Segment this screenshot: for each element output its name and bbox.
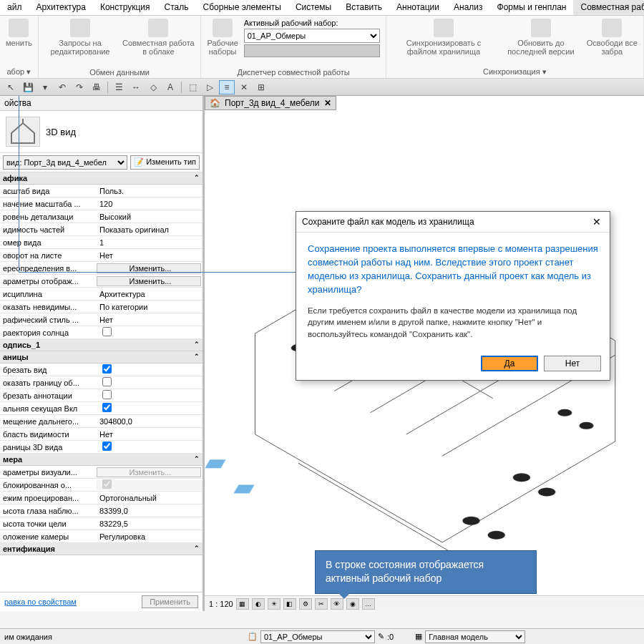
tag-icon[interactable]: ◇ bbox=[145, 80, 161, 94]
close-icon[interactable]: ✕ bbox=[324, 98, 331, 108]
apply-button[interactable]: Применить bbox=[142, 595, 198, 608]
menu-item[interactable]: Архитектура bbox=[29, 0, 93, 15]
prop-value[interactable]: Высокий bbox=[97, 213, 203, 221]
thin-lines-icon[interactable]: ≡ bbox=[219, 80, 235, 94]
ribbon-button[interactable]: Обновить до последней версии bbox=[501, 19, 580, 56]
redo-icon[interactable]: ↷ bbox=[72, 80, 87, 94]
menu-item[interactable]: Вставить bbox=[338, 0, 389, 15]
prop-checkbox[interactable] bbox=[102, 403, 112, 412]
prop-section-header[interactable]: мера⌃ bbox=[0, 454, 203, 466]
menu-item[interactable]: айл bbox=[0, 0, 29, 15]
prop-checkbox[interactable] bbox=[102, 377, 112, 386]
vc-crop-icon[interactable]: ✂ bbox=[315, 598, 328, 610]
prop-section-header[interactable]: аницы⌃ bbox=[0, 351, 203, 364]
prop-value[interactable]: Нет bbox=[97, 430, 203, 439]
prop-section-header[interactable]: ентификация⌃ bbox=[0, 543, 203, 555]
prop-value[interactable]: 83399,0 bbox=[97, 507, 203, 515]
prop-value[interactable] bbox=[97, 327, 203, 338]
menu-item[interactable]: Формы и генплан bbox=[490, 0, 574, 15]
menu-item[interactable]: Анализ bbox=[447, 0, 490, 15]
menu-item[interactable]: Системы bbox=[288, 0, 338, 15]
prop-value[interactable]: Показать оригинал bbox=[97, 225, 203, 234]
vc-more-icon[interactable]: … bbox=[362, 598, 375, 610]
prop-value[interactable]: 304800,0 bbox=[97, 417, 203, 426]
prop-value[interactable] bbox=[97, 403, 203, 414]
menu-item[interactable]: Сборные элементы bbox=[196, 0, 288, 15]
prop-value[interactable]: Польз. bbox=[97, 187, 203, 195]
prop-value[interactable]: 1 bbox=[97, 238, 203, 247]
vc-render-icon[interactable]: ⚙ bbox=[299, 598, 312, 610]
no-button[interactable]: Нет bbox=[544, 356, 601, 371]
align-icon[interactable]: ☰ bbox=[111, 80, 127, 94]
properties-help-link[interactable]: равка по свойствам bbox=[4, 597, 77, 606]
prop-value[interactable]: Изменить... bbox=[97, 467, 201, 477]
text-icon[interactable]: A bbox=[162, 80, 178, 94]
save-icon[interactable]: 💾 bbox=[20, 80, 36, 94]
edit-requests-icon[interactable]: ✎ bbox=[378, 632, 384, 641]
prop-value[interactable]: Нет bbox=[97, 251, 203, 260]
vc-sun-icon[interactable]: ☀ bbox=[268, 598, 280, 610]
ribbon-button[interactable]: Совместная работа в облаке bbox=[122, 19, 195, 56]
prop-checkbox[interactable] bbox=[102, 327, 112, 336]
ribbon-button[interactable]: Синхронизировать с файлом хранилища bbox=[392, 19, 495, 56]
ribbon-button[interactable]: Запросы на редактирование bbox=[44, 19, 117, 56]
ribbon-button[interactable]: Рабочие наборы bbox=[207, 19, 238, 56]
prop-value[interactable]: По категории bbox=[97, 303, 203, 311]
dim-icon[interactable]: ↔ bbox=[128, 80, 144, 94]
prop-value[interactable] bbox=[97, 390, 203, 401]
vc-shadow-icon[interactable]: ◧ bbox=[283, 598, 296, 610]
prop-row: альняя секущая Вкл bbox=[0, 402, 203, 415]
yes-button[interactable]: Да bbox=[481, 356, 538, 371]
close-view-icon[interactable]: ✕ bbox=[236, 80, 252, 94]
view-tab-title: Порт_3д вид_4_мебели bbox=[225, 98, 320, 108]
view-tab[interactable]: 🏠 Порт_3д вид_4_мебели ✕ bbox=[205, 96, 336, 110]
prop-value[interactable]: 120 bbox=[97, 200, 203, 208]
view3d-icon[interactable]: ⬚ bbox=[185, 80, 200, 94]
print-icon[interactable]: 🖶 bbox=[89, 80, 104, 94]
menu-item[interactable]: Аннотации bbox=[389, 0, 447, 15]
ribbon-button[interactable]: Освободи все забра bbox=[587, 19, 638, 56]
vc-detail-icon[interactable]: ▦ bbox=[236, 598, 249, 610]
prop-row: араметры визуали...Изменить... bbox=[0, 466, 203, 479]
prop-value[interactable]: 83229,5 bbox=[97, 519, 203, 528]
prop-value[interactable] bbox=[97, 377, 203, 388]
prop-value[interactable] bbox=[97, 479, 203, 490]
prop-value[interactable] bbox=[97, 441, 203, 452]
vc-style-icon[interactable]: ◐ bbox=[252, 598, 265, 610]
ribbon-group: менитьабор ▾ bbox=[0, 16, 39, 78]
section-icon[interactable]: ▷ bbox=[202, 80, 218, 94]
close-icon[interactable]: ✕ bbox=[590, 216, 604, 228]
prop-section-header[interactable]: афика⌃ bbox=[0, 172, 203, 185]
edit-type-button[interactable]: 📝 Изменить тип bbox=[130, 155, 200, 170]
menu-item[interactable]: Конструкция bbox=[93, 0, 157, 15]
prop-value[interactable]: Изменить... bbox=[97, 276, 201, 286]
active-workset-combo[interactable]: 01_АР_Обмеры bbox=[244, 29, 380, 43]
properties-body: афика⌃асштаб видаПольз.начение масштаба … bbox=[0, 172, 203, 592]
prop-value[interactable]: Ортогональный bbox=[97, 494, 203, 502]
workset-status-icon: 📋 bbox=[248, 632, 258, 641]
prop-value[interactable]: Архитектура bbox=[97, 290, 203, 298]
workset-status-combo[interactable]: 01_АР_Обмеры bbox=[260, 630, 375, 643]
ribbon-button[interactable]: менить bbox=[6, 19, 32, 47]
menu-item[interactable]: Сталь bbox=[157, 0, 196, 15]
prop-value[interactable]: Регулировка bbox=[97, 532, 203, 541]
model-combo[interactable]: Главная модель bbox=[425, 630, 525, 643]
undo-icon[interactable]: ↶ bbox=[54, 80, 70, 94]
view-selector[interactable]: вид: Порт_3д вид_4_мебел bbox=[3, 155, 127, 170]
prop-value[interactable] bbox=[97, 364, 203, 375]
ribbon-button-label: Совместная работа в облаке bbox=[122, 39, 195, 56]
prop-checkbox[interactable] bbox=[102, 390, 112, 399]
qat-dropdown-icon[interactable]: ▾ bbox=[37, 80, 53, 94]
menu-item[interactable]: Совместная работа bbox=[573, 0, 644, 15]
prop-checkbox[interactable] bbox=[102, 441, 112, 451]
scale-label[interactable]: 1 : 120 bbox=[209, 600, 233, 608]
prop-row: оложение камерыРегулировка bbox=[0, 530, 203, 543]
view-controls: 1 : 120 ▦ ◐ ☀ ◧ ⚙ ✂ 👁 ◉ … bbox=[205, 595, 644, 611]
prop-checkbox[interactable] bbox=[102, 364, 112, 374]
ribbon-button-label: менить bbox=[6, 39, 32, 47]
switch-icon[interactable]: ⊞ bbox=[253, 80, 269, 94]
prop-section-header[interactable]: одпись_1⌃ bbox=[0, 339, 203, 351]
prop-row: ровень детализациВысокий bbox=[0, 210, 203, 223]
prop-value[interactable]: Нет bbox=[97, 316, 203, 324]
qat-cursor-icon[interactable]: ↖ bbox=[3, 80, 19, 94]
